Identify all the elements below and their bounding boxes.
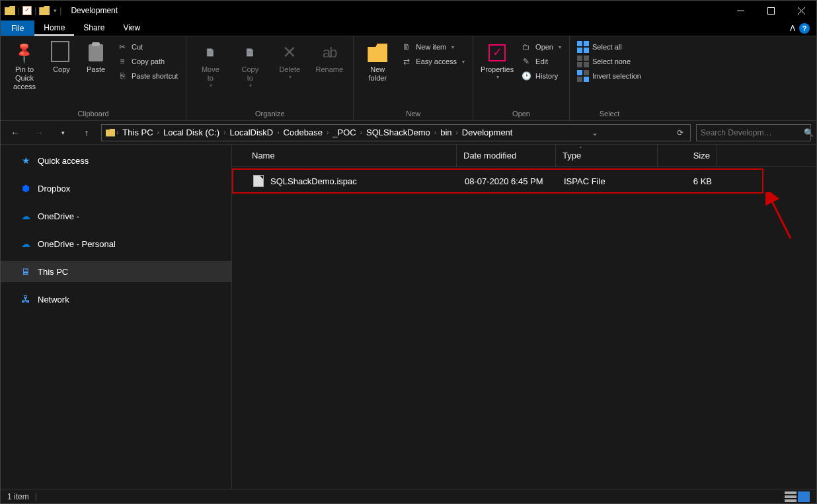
nav-onedrive-personal[interactable]: ☁OneDrive - Personal — [1, 233, 231, 254]
col-size[interactable]: Size — [658, 145, 717, 166]
tab-share[interactable]: Share — [74, 20, 114, 36]
delete-button[interactable]: ✕Delete▾ — [271, 40, 308, 83]
maximize-button[interactable] — [756, 1, 786, 20]
addr-folder-icon — [106, 129, 115, 137]
refresh-button[interactable]: ⟳ — [674, 128, 686, 137]
group-select: Select all Select none Invert selection … — [570, 36, 649, 120]
star-icon: ★ — [20, 155, 31, 166]
chevron-right-icon[interactable]: › — [157, 129, 159, 136]
select-all-icon — [578, 42, 588, 52]
tab-file[interactable]: File — [1, 20, 34, 36]
forward-button[interactable]: → — [30, 124, 48, 142]
copyto-icon: 📄 — [240, 43, 260, 63]
edit-button[interactable]: ✎Edit — [518, 55, 564, 68]
navigation-pane: ★Quick access ⬢Dropbox ☁OneDrive - ☁OneD… — [1, 145, 232, 489]
qat-dropdown-icon[interactable]: ▾ — [54, 7, 57, 14]
new-item-icon: 🗎 — [401, 42, 412, 52]
qat-folder-icon[interactable] — [39, 6, 50, 15]
history-button[interactable]: 🕑History — [518, 69, 564, 83]
move-to-button[interactable]: 📄Move to▾ — [192, 40, 229, 92]
pin-quick-access-button[interactable]: 📌Pin to Quick access — [6, 40, 43, 94]
crumb[interactable]: _POC — [330, 127, 358, 137]
details-view-button[interactable] — [785, 491, 797, 502]
minimize-button[interactable] — [725, 1, 756, 20]
group-clipboard: 📌Pin to Quick access Copy Paste ✂Cut ≡Co… — [1, 36, 186, 120]
nav-dropbox[interactable]: ⬢Dropbox — [1, 178, 231, 199]
chevron-right-icon[interactable]: › — [456, 129, 458, 136]
qat-separator: | — [59, 6, 61, 15]
copy-to-button[interactable]: 📄Copy to▾ — [231, 40, 268, 92]
open-icon: 🗀 — [521, 42, 531, 52]
crumb[interactable]: Local Disk (C:) — [161, 127, 222, 137]
collapse-ribbon-icon[interactable]: ᐱ — [790, 24, 795, 33]
chevron-right-icon[interactable]: › — [327, 129, 329, 136]
chevron-right-icon[interactable]: › — [116, 129, 118, 136]
invert-selection-icon — [578, 71, 588, 81]
nav-network[interactable]: 🖧Network — [1, 289, 231, 310]
column-headers: Name Date modified Type Size — [232, 145, 816, 167]
recent-locations-button[interactable]: ▾ — [54, 124, 72, 142]
help-icon[interactable]: ? — [799, 23, 810, 34]
new-folder-button[interactable]: New folder — [359, 40, 396, 85]
crumb[interactable]: SQLShackDemo — [364, 127, 433, 137]
status-bar: 1 item — [1, 489, 816, 503]
select-none-icon — [578, 56, 588, 67]
address-bar[interactable]: › This PC› Local Disk (C:)› LocalDiskD› … — [101, 124, 691, 141]
open-button[interactable]: 🗀Open▾ — [518, 40, 564, 54]
file-row[interactable]: SQLShackDemo.ispac 08-07-2020 6:45 PM IS… — [232, 168, 763, 194]
tab-home[interactable]: Home — [34, 20, 74, 36]
crumb[interactable]: This PC — [120, 127, 155, 137]
chevron-right-icon[interactable]: › — [277, 129, 279, 136]
invert-selection-button[interactable]: Invert selection — [575, 69, 644, 83]
col-name[interactable]: Name — [245, 145, 457, 166]
chevron-right-icon[interactable]: › — [223, 129, 225, 136]
copy-button[interactable]: Copy — [46, 40, 77, 77]
svg-rect-0 — [737, 11, 744, 11]
rename-button[interactable]: abRename — [311, 40, 348, 77]
file-name: SQLShackDemo.ispac — [270, 176, 357, 186]
cut-button[interactable]: ✂Cut — [114, 40, 180, 54]
easy-access-button[interactable]: ⇄Easy access▾ — [399, 55, 467, 68]
close-button[interactable] — [786, 1, 816, 20]
nav-quick-access[interactable]: ★Quick access — [1, 150, 231, 171]
qat-separator: | — [34, 6, 36, 15]
file-list: ˄ Name Date modified Type Size SQLShackD… — [232, 145, 816, 489]
col-type[interactable]: Type — [556, 145, 658, 166]
group-organize: 📄Move to▾ 📄Copy to▾ ✕Delete▾ abRename Or… — [186, 36, 354, 120]
nav-this-pc[interactable]: 🖥This PC — [1, 261, 231, 282]
nav-onedrive-work[interactable]: ☁OneDrive - — [1, 205, 231, 227]
search-box[interactable]: 🔍 — [696, 124, 811, 141]
search-input[interactable] — [701, 128, 800, 137]
tab-view[interactable]: View — [114, 20, 149, 36]
ribbon: 📌Pin to Quick access Copy Paste ✂Cut ≡Co… — [1, 36, 816, 121]
select-all-button[interactable]: Select all — [575, 40, 644, 54]
back-button[interactable]: ← — [6, 124, 24, 142]
crumb[interactable]: bin — [438, 127, 454, 137]
properties-button[interactable]: Properties▾ — [479, 40, 516, 83]
copy-icon — [52, 43, 71, 63]
copy-path-button[interactable]: ≡Copy path — [114, 55, 180, 68]
file-size: 6 KB — [659, 176, 719, 186]
paste-icon — [86, 43, 106, 63]
crumb[interactable]: Codebase — [281, 127, 325, 137]
item-count: 1 item — [7, 492, 29, 501]
paste-button[interactable]: Paste — [80, 40, 112, 77]
crumb[interactable]: Development — [459, 127, 516, 137]
network-icon: 🖧 — [20, 294, 31, 305]
dropbox-icon: ⬢ — [20, 183, 31, 194]
group-label: Open — [473, 108, 569, 120]
scissors-icon: ✂ — [117, 42, 128, 52]
chevron-right-icon[interactable]: › — [434, 129, 436, 136]
thumbnails-view-button[interactable] — [798, 491, 810, 502]
qat-item[interactable]: ✓ — [22, 6, 32, 15]
chevron-right-icon[interactable]: › — [360, 129, 362, 136]
up-button[interactable]: ↑ — [77, 124, 96, 142]
select-none-button[interactable]: Select none — [575, 55, 644, 68]
path-icon: ≡ — [117, 56, 128, 67]
paste-shortcut-button[interactable]: ⎘Paste shortcut — [114, 69, 180, 83]
cloud-icon: ☁ — [20, 238, 31, 249]
addr-dropdown-icon[interactable]: ⌄ — [589, 128, 601, 137]
col-date-modified[interactable]: Date modified — [457, 145, 556, 166]
crumb[interactable]: LocalDiskD — [227, 127, 276, 137]
new-item-button[interactable]: 🗎New item▾ — [399, 40, 467, 54]
